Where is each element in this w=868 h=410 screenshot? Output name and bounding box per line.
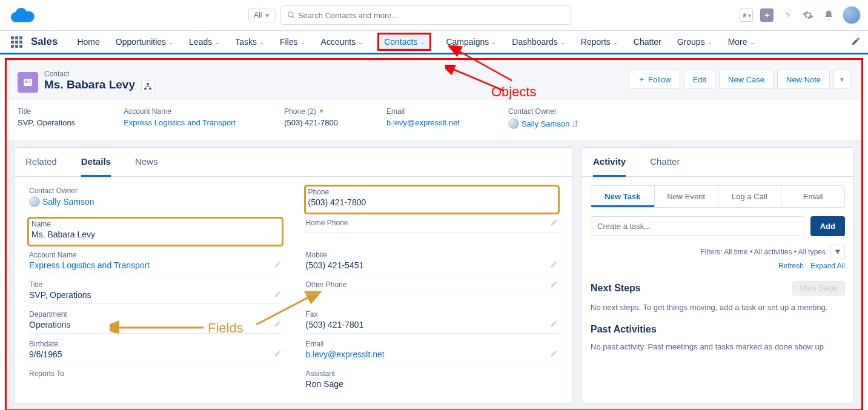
- field-value[interactable]: Express Logistics and Transport: [29, 259, 282, 274]
- search-icon: [287, 11, 296, 19]
- new-case-button[interactable]: New Case: [719, 70, 774, 89]
- notifications-bell-icon[interactable]: [822, 8, 835, 22]
- nav-item-reports[interactable]: Reports ⌄: [580, 35, 619, 49]
- nav-item-dashboards[interactable]: Dashboards ⌄: [511, 35, 566, 49]
- nav-item-tasks[interactable]: Tasks ⌄: [234, 35, 265, 49]
- add-task-button[interactable]: Add: [810, 216, 845, 236]
- chevron-down-icon[interactable]: ▼: [319, 108, 325, 114]
- subtab-new-event[interactable]: New Event: [655, 186, 718, 207]
- record-name: Ms. Babara Levy: [44, 78, 135, 91]
- contact-object-icon: [18, 72, 38, 93]
- chevron-down-icon: ⌄: [214, 39, 219, 45]
- nav-item-chatter[interactable]: Chatter: [632, 35, 663, 49]
- nav-item-more[interactable]: More ⌄: [727, 35, 756, 49]
- edit-pencil-icon[interactable]: [550, 219, 558, 228]
- field-link[interactable]: Sally Samson: [42, 197, 94, 207]
- field-link[interactable]: b.levy@expresslt.net: [306, 349, 385, 359]
- hl-account: Account Name Express Logistics and Trans…: [124, 107, 236, 129]
- tab-details[interactable]: Details: [81, 148, 111, 177]
- field-value[interactable]: 9/6/1965: [29, 348, 282, 363]
- filters-text: Filters: All time • All activities • All…: [701, 248, 826, 256]
- hl-phone-value: (503) 421-7800: [284, 118, 338, 127]
- setup-gear-icon[interactable]: [801, 8, 815, 22]
- field-value[interactable]: b.levy@expresslt.net: [306, 348, 558, 363]
- hl-title-value: SVP, Operations: [18, 118, 75, 127]
- hl-account-value[interactable]: Express Logistics and Transport: [124, 118, 236, 127]
- edit-pencil-icon[interactable]: [274, 260, 282, 270]
- field-department: DepartmentOperations: [29, 310, 282, 334]
- edit-pencil-icon[interactable]: [274, 320, 282, 329]
- tab-chatter[interactable]: Chatter: [650, 148, 680, 176]
- nav-label: Leads: [189, 37, 212, 47]
- field-value[interactable]: (503) 421-5451: [306, 259, 558, 274]
- hl-owner-value[interactable]: Sally Samson: [522, 119, 569, 128]
- search-scope-dropdown[interactable]: All ▼: [248, 8, 276, 22]
- nav-item-leads[interactable]: Leads ⌄: [188, 35, 220, 49]
- tab-activity[interactable]: Activity: [593, 148, 626, 177]
- expand-all-link[interactable]: Expand All: [810, 262, 845, 270]
- nav-item-campaigns[interactable]: Campaigns ⌄: [445, 35, 497, 49]
- field-value[interactable]: [306, 289, 558, 294]
- subtab-log-a-call[interactable]: Log a Call: [718, 186, 782, 207]
- favorites-button[interactable]: ★▾: [740, 8, 753, 22]
- edit-button[interactable]: Edit: [684, 70, 715, 89]
- hl-owner: Contact Owner Sally Samson ⇵: [508, 107, 578, 129]
- refresh-link[interactable]: Refresh: [778, 262, 804, 270]
- activity-links: Refresh Expand All: [582, 259, 853, 276]
- svg-point-0: [288, 12, 293, 17]
- activity-subtabs: New TaskNew EventLog a CallEmail: [591, 185, 845, 208]
- field-title: TitleSVP, Operations: [29, 280, 282, 304]
- hl-account-label: Account Name: [124, 107, 236, 116]
- field-link[interactable]: Express Logistics and Transport: [29, 260, 150, 270]
- chevron-down-icon: ⌄: [750, 39, 755, 45]
- tab-news[interactable]: News: [135, 148, 158, 176]
- follow-label: Follow: [648, 75, 671, 84]
- field-label: Contact Owner: [29, 187, 282, 195]
- new-task-input[interactable]: [591, 216, 804, 236]
- tab-related[interactable]: Related: [25, 148, 57, 176]
- edit-pencil-icon[interactable]: [550, 280, 558, 290]
- more-actions-button[interactable]: ▼: [833, 70, 850, 89]
- field-value[interactable]: (503) 421-7801: [306, 319, 558, 334]
- search-input[interactable]: [298, 11, 565, 20]
- help-icon[interactable]: ?: [781, 8, 794, 22]
- nav-item-groups[interactable]: Groups ⌄: [676, 35, 714, 49]
- nav-item-home[interactable]: Home: [76, 35, 101, 49]
- new-note-button[interactable]: New Note: [777, 70, 830, 89]
- field-value: Sally Samson: [29, 195, 282, 211]
- more-steps-button[interactable]: More Steps: [792, 281, 845, 296]
- nav-label: Contacts: [384, 37, 417, 47]
- record-region: Objects Contact Ms. Babara Levy ＋Follow …: [5, 58, 863, 410]
- filter-icon[interactable]: [830, 245, 845, 259]
- app-launcher-icon[interactable]: [11, 36, 22, 48]
- new-note-label: New Note: [786, 75, 821, 84]
- global-add-button[interactable]: ＋: [760, 8, 774, 22]
- follow-button[interactable]: ＋Follow: [629, 70, 680, 89]
- hierarchy-button[interactable]: [141, 80, 154, 93]
- chevron-down-icon: ⌄: [358, 39, 363, 45]
- chevron-down-icon: ⌄: [420, 39, 425, 45]
- edit-pencil-icon[interactable]: [274, 349, 282, 359]
- search-box[interactable]: [280, 5, 571, 25]
- change-owner-icon[interactable]: ⇵: [572, 119, 578, 128]
- field-value[interactable]: SVP, Operations: [29, 289, 282, 304]
- nav-item-opportunities[interactable]: Opportunities ⌄: [114, 35, 174, 49]
- hl-email-value[interactable]: b.levy@expresslt.net: [386, 118, 460, 127]
- subtab-new-task[interactable]: New Task: [591, 186, 655, 207]
- nav-item-files[interactable]: Files ⌄: [279, 35, 306, 49]
- activity-filter-line: Filters: All time • All activities • All…: [582, 245, 853, 259]
- edit-pencil-icon[interactable]: [550, 349, 558, 359]
- field-value[interactable]: [306, 227, 558, 233]
- past-activities-title: Past Activities: [591, 324, 657, 335]
- nav-item-contacts[interactable]: Contacts ⌄: [377, 33, 431, 51]
- edit-nav-pencil-icon[interactable]: [851, 36, 861, 48]
- field-value[interactable]: Operations: [29, 319, 282, 334]
- nav-item-accounts[interactable]: Accounts ⌄: [320, 35, 365, 49]
- edit-pencil-icon[interactable]: [550, 260, 558, 270]
- edit-pencil-icon[interactable]: [550, 320, 558, 329]
- user-avatar[interactable]: [843, 6, 861, 24]
- svg-rect-4: [24, 79, 32, 86]
- edit-pencil-icon[interactable]: [274, 290, 282, 300]
- subtab-email[interactable]: Email: [781, 186, 844, 207]
- nav-label: Accounts: [321, 37, 356, 47]
